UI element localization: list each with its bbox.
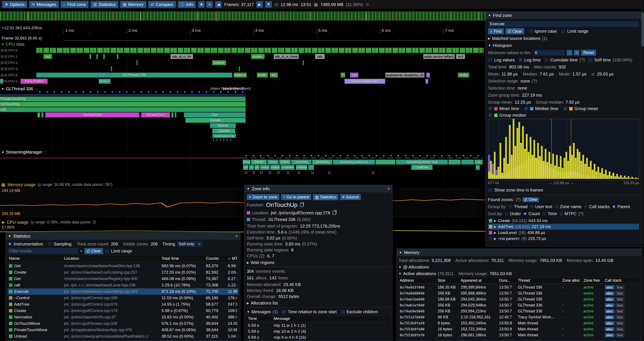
sort-by-option[interactable]: MTPC [559,211,577,216]
group-by-radio[interactable] [612,204,616,209]
col-address[interactable]: Address [400,278,436,283]
sort-by-radio[interactable] [523,212,527,216]
stats-table-row[interactable]: Create jni/../jni/src/claw/base/LuaScrip… [8,269,238,275]
group-by-option[interactable]: Thread [508,204,528,209]
col-mtpc[interactable]: ▼ MTPC [228,256,237,261]
memory-table-header[interactable]: Address Size Appeared at Dura... Thread … [398,277,640,284]
sort-by-option[interactable]: Time [542,211,557,216]
timeline-zone[interactable] [302,60,304,65]
message-mark-icon[interactable] [245,171,247,174]
frame-marker-icon[interactable]: [object Object] [230,87,250,90]
free-callstack-button[interactable]: free [616,285,624,290]
timeline-zone[interactable] [175,112,176,118]
expand-icon[interactable]: ▶ [494,225,496,228]
free-callstack-button[interactable]: free [616,321,624,325]
timeline-zone[interactable] [96,54,98,59]
timeline-zone[interactable]: St [474,160,483,165]
col-time[interactable]: Time [248,316,272,321]
funnel-icon[interactable]: ▼ [80,249,83,253]
expand-icon[interactable]: ▶ [494,219,496,222]
timeline-zone[interactable]: audios [251,54,265,59]
toolbar-button[interactable]: ☸ Options [2,1,27,8]
timeline-zone[interactable]: call [0,107,246,112]
group-by-option[interactable]: Zone name [554,204,581,209]
timeline-zone[interactable]: Strea [267,160,279,165]
stats-table-row[interactable]: Create jni/../jni/src/guif/Control.cpp:1… [8,307,238,314]
sort-by-radio[interactable] [559,212,563,216]
free-callstack-button[interactable]: free [616,333,624,337]
timeline-zone[interactable] [230,138,231,141]
timeline-zone[interactable] [223,138,224,141]
scrollbar-thumb[interactable] [642,12,644,47]
timeline-zone[interactable] [239,66,240,72]
statistics-titlebar[interactable]: ▼ Statistics × [6,232,240,240]
group-by-option[interactable]: Call stacks [584,204,610,209]
legend-checkbox[interactable] [563,106,568,111]
sort-by-option[interactable]: Count [523,211,540,216]
timeline-zone[interactable]: aut [44,54,52,59]
timeline-zone[interactable]: U [476,165,480,170]
timeline-zone[interactable]: Queue [212,128,235,134]
help-icon[interactable]: (?) [580,58,584,63]
free-callstack-button[interactable]: free [616,327,624,331]
timing-dropdown[interactable]: Self only ▼ [177,241,203,247]
play-button[interactable]: ▶ [256,1,263,8]
help-icon[interactable]: (?) [578,211,584,216]
memory-table-row[interactable]: 0x74a9d37040 186.35 KB 295,999,844ns 13:… [398,284,640,290]
timeline-zone[interactable]: PrivateTouchUp [0,96,246,102]
memory-table-row[interactable]: 0x7553b9fbf0 16 bytes 296,661,186ns 13:5… [398,332,640,338]
stats-table-row[interactable]: Get /mnt/e/claw/src/claw/base/Registry.h… [8,275,238,282]
timeline-zone[interactable]: cds [315,54,325,59]
messages-table-header[interactable]: Time Message [247,315,390,322]
toolbar-button[interactable]: ⌕ Find zone [61,1,88,8]
memory-table-row[interactable]: 0x74ab1be040 186.68 KB 294,645,364ns 13:… [398,296,640,302]
memory-titlebar[interactable]: ▼ Memory [397,249,641,256]
timeline-zone[interactable]: OnTouchUp [0,102,246,107]
timeline-zone[interactable]: Streaming [312,160,332,165]
timeline-zone[interactable]: aut [270,73,278,78]
memory-table-row[interactable]: 0x7531d7b040 96 KB 1:10 234,952,161 12:4… [398,314,640,320]
timeline-zone[interactable] [448,160,461,165]
alloc-callstack-button[interactable]: alloc [605,327,614,331]
alloc-callstack-button[interactable]: alloc [605,297,614,301]
col-call-stack[interactable]: Call stack [605,278,638,283]
group-by-radio[interactable] [508,204,513,209]
active-allocations-toggle[interactable]: ▼ Active allocations (70,311) Memory usa… [398,271,640,277]
toolbar-button[interactable]: ▥ Statistics [90,1,118,8]
find-zone-search-input[interactable] [488,21,639,27]
timeline-zone[interactable]: LoadData [280,165,294,170]
timeline-zone[interactable]: LoU [254,165,260,170]
found-zone-group-row[interactable]: ▶ LoadLevel (18) 406.88 µs [488,230,639,236]
alloc-callstack-button[interactable]: alloc [605,321,614,325]
timeline-zone[interactable]: cds_ol_rx_thr [170,54,193,59]
toolbar-button[interactable]: ✉ Messages [29,1,58,8]
col-zone-alloc[interactable]: Zone alloc [562,278,582,283]
memory-table-row[interactable]: 0x74ab9e5040 256 KB 293,994,219ns 13:50.… [398,308,640,314]
fz-limit-range-checkbox[interactable] [561,29,566,34]
stats-clear-button[interactable]: ∅ Clear [84,248,103,254]
expand-icon[interactable]: ▶ [494,237,496,240]
timeline-zone[interactable]: ScreenText [141,112,170,118]
legend-checkbox[interactable] [524,106,528,111]
timeline-zone[interactable] [90,54,91,59]
timeline-zone[interactable]: GLThread 336 [36,73,232,78]
alloc-callstack-button[interactable]: alloc [605,315,614,319]
timeline-zone[interactable]: audio.se [234,73,247,78]
log-values-checkbox[interactable] [488,58,492,62]
bin-reset-button[interactable]: Reset [581,50,596,56]
timeline-zone[interactable]: Get [184,112,246,118]
stats-table-row[interactable]: AddTree jni/../jni/src/guif/Control.cpp:… [8,301,238,307]
col-counts[interactable]: Counts [206,256,226,261]
collapse-icon[interactable]: ▼ [247,310,250,313]
stats-table-row[interactable]: OnTouchMove jni/../jni/src/guif/Screen.c… [8,320,238,327]
col-duration[interactable]: Dura... [499,278,516,283]
timeline-zone[interactable]: Streaming worker task [396,160,448,165]
cumulate-time-checkbox[interactable] [544,58,548,62]
timeline-zone[interactable]: Streaming worker tas [333,160,375,165]
message-mark-icon[interactable] [298,171,300,174]
stats-table-row[interactable]: call jni/../jni/../../../src/claw/base/L… [8,282,238,288]
find-button[interactable]: ⌕ Find [488,28,504,34]
timeline-zone[interactable]: audio. [257,73,268,78]
memory-usage-header[interactable]: ▦ Memory usage (y-range: 30.88 KB, visib… [1,182,112,187]
col-size[interactable]: Size [438,278,459,283]
